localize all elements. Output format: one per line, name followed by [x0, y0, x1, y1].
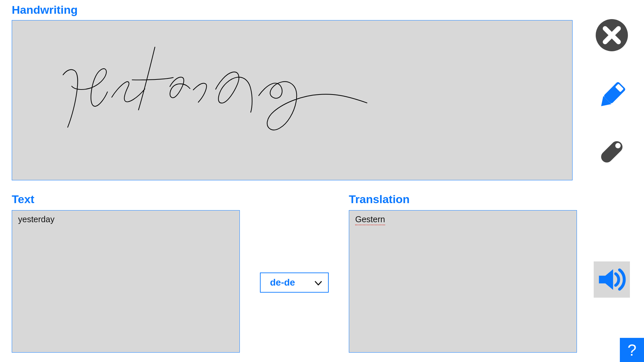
speaker-icon [596, 263, 628, 296]
text-heading: Text [12, 193, 34, 206]
language-select[interactable]: de-de [260, 273, 329, 293]
translation-heading: Translation [349, 193, 410, 206]
recognized-text-value: yesterday [18, 215, 54, 224]
recognized-text-box[interactable]: yesterday [12, 210, 240, 353]
speak-button[interactable] [594, 261, 630, 298]
handwriting-canvas[interactable] [12, 20, 573, 180]
close-icon [595, 18, 629, 52]
chevron-down-icon [315, 278, 322, 288]
language-select-value: de-de [270, 277, 315, 288]
pen-icon [595, 79, 629, 112]
handwriting-heading: Handwriting [12, 3, 77, 16]
help-icon: ? [628, 341, 637, 359]
eraser-icon [595, 135, 629, 169]
translation-text-box[interactable]: Gestern [349, 210, 577, 353]
svg-rect-4 [599, 139, 625, 165]
handwriting-stroke [12, 20, 572, 180]
clear-button[interactable] [594, 17, 629, 53]
translation-text-value: Gestern [355, 215, 385, 225]
help-button[interactable]: ? [620, 338, 644, 362]
eraser-tool-button[interactable] [594, 134, 629, 169]
svg-marker-6 [599, 269, 613, 290]
pen-tool-button[interactable] [594, 78, 629, 113]
